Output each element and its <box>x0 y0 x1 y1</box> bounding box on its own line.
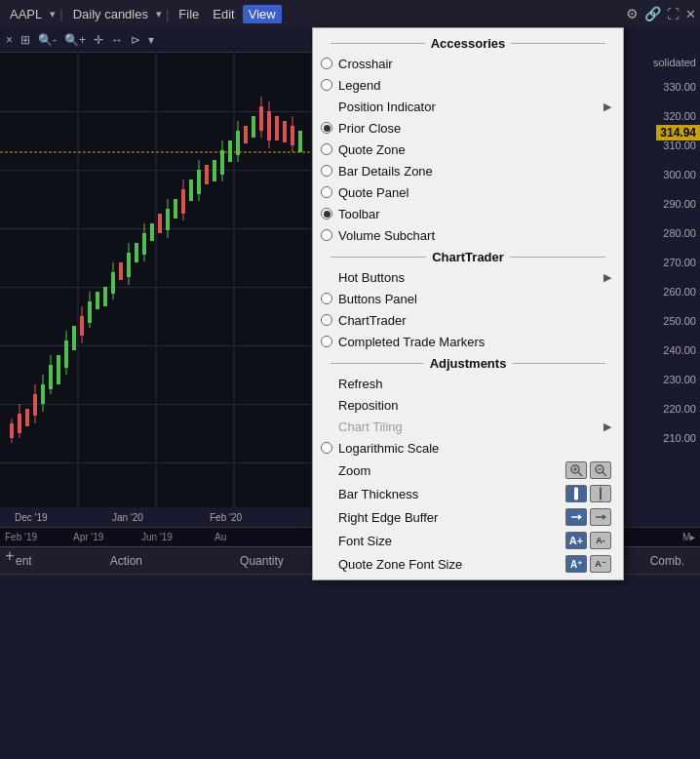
svg-rect-15 <box>57 355 60 384</box>
quote-zone-font-icons: A⁺ A⁻ <box>565 555 611 573</box>
bar-details-radio <box>321 165 332 177</box>
price-230: 230.00 <box>663 374 696 385</box>
toolbar-fit[interactable]: ↔ <box>109 31 125 49</box>
svg-rect-44 <box>213 160 216 181</box>
zoom-icons <box>565 461 611 479</box>
position-indicator-label: Position Indicator <box>338 100 603 114</box>
timeframe-label[interactable]: Daily candles <box>67 5 154 23</box>
time-dec19: Dec '19 <box>15 512 48 523</box>
charttrader-item[interactable]: ChartTrader <box>313 309 623 331</box>
file-menu[interactable]: File <box>173 5 205 23</box>
qfont-up-icon[interactable]: A⁺ <box>565 555 587 573</box>
bar-thickness-item[interactable]: Bar Thickness <box>313 482 623 505</box>
price-330: 330.00 <box>663 81 696 93</box>
quote-zone-radio <box>321 143 332 155</box>
font-size-up-icon[interactable]: A+ <box>565 532 587 549</box>
toolbar-crosshair[interactable]: ✛ <box>92 31 105 49</box>
bar-details-item[interactable]: Bar Details Zone <box>313 160 623 181</box>
svg-rect-23 <box>96 292 99 309</box>
symbol-label[interactable]: AAPL <box>4 5 48 23</box>
gear-icon[interactable]: ⚙ <box>626 6 639 21</box>
time-jan20: Jan '20 <box>112 512 143 523</box>
quote-panel-item[interactable]: Quote Panel <box>313 181 623 203</box>
right-edge-buffer-item[interactable]: Right Edge Buffer <box>313 505 623 529</box>
bar-thick-icon[interactable] <box>565 485 587 502</box>
reposition-item[interactable]: Reposition <box>313 394 623 416</box>
legend-radio <box>321 79 332 91</box>
top-bar: AAPL ▾ | Daily candles ▾ | File Edit Vie… <box>0 0 700 27</box>
prior-close-item[interactable]: Prior Close <box>313 117 623 139</box>
svg-rect-27 <box>119 262 123 280</box>
zoom-item[interactable]: Zoom <box>313 459 623 482</box>
crosshair-item[interactable]: Crosshair <box>313 53 623 74</box>
toolbar-dropdown[interactable]: ▾ <box>146 31 156 49</box>
price-320: 320.00 <box>663 110 696 122</box>
completed-trade-item[interactable]: Completed Trade Markers <box>313 331 623 352</box>
price-current: 314.94 <box>656 125 700 140</box>
view-menu[interactable]: View <box>243 5 282 23</box>
toolbar-x[interactable]: × <box>4 31 15 49</box>
chart-tiling-item[interactable]: Chart Tiling ▶ <box>313 416 623 437</box>
refresh-item[interactable]: Refresh <box>313 373 623 394</box>
expand-icon[interactable]: ⛶ <box>667 7 680 21</box>
quote-zone-item[interactable]: Quote Zone <box>313 139 623 160</box>
price-240: 240.00 <box>663 344 696 356</box>
crosshair-label: Crosshair <box>338 57 611 71</box>
quote-panel-label: Quote Panel <box>338 185 611 200</box>
zoom-label: Zoom <box>338 463 565 478</box>
svg-rect-18 <box>72 326 76 350</box>
volume-subchart-label: Volume Subchart <box>338 228 611 243</box>
price-260: 260.00 <box>663 286 696 298</box>
time2-scroll-right[interactable]: M▸ <box>682 532 695 542</box>
legend-item[interactable]: Legend <box>313 74 623 96</box>
chart-tiling-arrow: ▶ <box>603 420 611 433</box>
charttrader-label: ChartTrader <box>338 313 611 328</box>
toolbar-grid[interactable]: ⊞ <box>19 31 32 49</box>
position-indicator-arrow: ▶ <box>603 100 611 113</box>
zoom-in-icon[interactable] <box>565 461 587 479</box>
svg-rect-40 <box>189 180 193 201</box>
close-icon[interactable]: ✕ <box>685 7 696 21</box>
toolbar-item[interactable]: Toolbar <box>313 203 623 224</box>
price-310: 310.00 <box>663 140 696 151</box>
svg-rect-30 <box>135 243 138 262</box>
right-edge-buffer-icons <box>565 508 611 526</box>
toolbar-row: × ⊞ 🔍- 🔍+ ✛ ↔ ⊳ ▾ <box>0 27 322 53</box>
buttons-panel-item[interactable]: Buttons Panel <box>313 288 623 309</box>
svg-rect-8 <box>25 409 29 426</box>
font-size-item[interactable]: Font Size A+ A- <box>313 529 623 552</box>
buttons-panel-label: Buttons Panel <box>338 292 611 306</box>
edge-increase-icon[interactable] <box>565 508 587 526</box>
col-action: Action <box>102 550 150 572</box>
quote-zone-font-size-item[interactable]: Quote Zone Font Size A⁺ A⁻ <box>313 552 623 576</box>
price-290: 290.00 <box>663 198 696 210</box>
bar-thickness-label: Bar Thickness <box>338 487 565 501</box>
symbol-dropdown-icon[interactable]: ▾ <box>50 8 56 20</box>
toolbar-forward[interactable]: ⊳ <box>129 31 142 49</box>
bar-thickness-icons <box>565 485 611 502</box>
bar-thin-icon[interactable] <box>590 485 611 502</box>
logarithmic-scale-radio <box>321 442 332 454</box>
add-panel-button[interactable]: + <box>0 546 19 566</box>
refresh-label: Refresh <box>338 377 611 391</box>
edit-menu[interactable]: Edit <box>207 5 240 23</box>
svg-rect-37 <box>174 199 177 219</box>
zoom-out-icon[interactable] <box>590 461 611 479</box>
edge-decrease-icon[interactable] <box>590 508 611 526</box>
toolbar-zoom-in[interactable]: 🔍+ <box>62 31 88 49</box>
legend-label: Legend <box>338 78 611 93</box>
volume-subchart-item[interactable]: Volume Subchart <box>313 224 623 246</box>
toolbar-label: Toolbar <box>338 207 611 221</box>
volume-subchart-radio <box>321 229 332 241</box>
qfont-down-icon[interactable]: A⁻ <box>590 555 611 573</box>
timeframe-dropdown-icon[interactable]: ▾ <box>156 8 162 20</box>
position-indicator-item[interactable]: Position Indicator ▶ <box>313 96 623 117</box>
font-size-down-icon[interactable]: A- <box>590 532 611 549</box>
link-icon[interactable]: 🔗 <box>644 6 661 21</box>
chart-tiling-label: Chart Tiling <box>338 419 603 434</box>
toolbar-zoom-out[interactable]: 🔍- <box>36 31 58 49</box>
logarithmic-scale-item[interactable]: Logarithmic Scale <box>313 437 623 459</box>
hot-buttons-item[interactable]: Hot Buttons ▶ <box>313 266 623 288</box>
price-300: 300.00 <box>663 169 696 180</box>
svg-rect-60 <box>298 131 302 152</box>
